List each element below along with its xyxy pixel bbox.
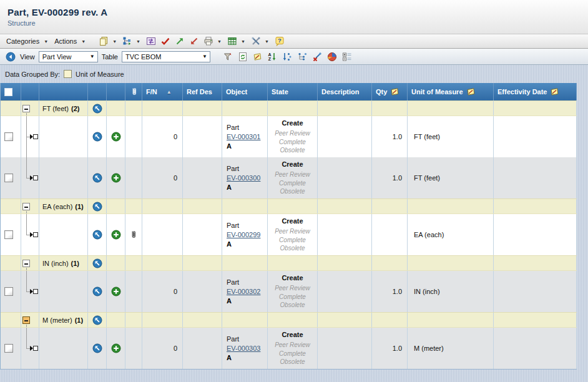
part-link[interactable]: EV-000303	[227, 344, 260, 353]
view-select[interactable]: Part View▼	[39, 51, 98, 62]
demote-button[interactable]	[189, 36, 200, 47]
expand-part-icon[interactable]	[33, 232, 38, 237]
chart-icon[interactable]	[326, 51, 338, 62]
filter-icon[interactable]	[222, 51, 233, 62]
tree-column-header	[21, 83, 39, 100]
structure-levels-icon[interactable]	[296, 51, 308, 62]
row-checkbox[interactable]	[4, 287, 13, 296]
effectivity-value	[494, 214, 577, 255]
page-subtitle[interactable]: Structure	[7, 19, 588, 27]
state-current: Create	[282, 160, 303, 169]
ref-des-value	[183, 214, 222, 255]
part-link[interactable]: EV-000302	[227, 287, 260, 296]
help-button[interactable]: ?	[274, 36, 285, 47]
add-child-icon[interactable]	[111, 132, 121, 142]
chevron-down-icon[interactable]: ▼	[44, 39, 48, 44]
chevron-down-icon[interactable]: ▼	[265, 39, 269, 44]
edit-column-icon	[550, 87, 559, 96]
categories-menu[interactable]: Categories	[5, 36, 41, 46]
collapse-group-icon[interactable]	[22, 105, 30, 112]
sort-az-icon[interactable]: AZ	[267, 51, 278, 62]
chevron-down-icon[interactable]: ▼	[81, 39, 86, 44]
qty-value: 1.0	[372, 271, 408, 312]
attachment-icon[interactable]	[129, 230, 139, 240]
export-table-button[interactable]	[227, 36, 238, 47]
navigate-icon[interactable]	[92, 315, 102, 325]
effectivity-value	[494, 271, 577, 312]
ref-des-value	[183, 116, 222, 157]
sort-asc-icon: ▲	[167, 89, 172, 95]
navigate-icon[interactable]	[92, 258, 102, 268]
column-header-qty[interactable]: Qty	[372, 83, 408, 100]
row-checkbox[interactable]	[4, 344, 13, 353]
part-link[interactable]: EV-000300	[227, 174, 260, 183]
group-row: M (meter)(1)	[1, 312, 577, 328]
table-row: 0 PartEV-000303A CreatePeer ReviewComple…	[1, 328, 577, 369]
navigate-icon[interactable]	[92, 230, 102, 240]
uom-value: IN (inch)	[408, 271, 494, 312]
navigate-icon[interactable]	[92, 104, 102, 114]
navigate-icon[interactable]	[92, 202, 102, 212]
navigate-icon[interactable]	[92, 343, 102, 353]
part-type: Part	[227, 221, 239, 230]
row-checkbox[interactable]	[4, 132, 13, 141]
row-checkbox[interactable]	[4, 230, 13, 239]
print-button[interactable]	[203, 36, 214, 47]
column-header-object[interactable]: Object	[222, 83, 268, 100]
column-header-description[interactable]: Description	[318, 83, 372, 100]
expand-levels-icon[interactable]	[341, 51, 353, 62]
add-child-icon[interactable]	[111, 343, 121, 353]
add-child-icon[interactable]	[111, 286, 121, 296]
group-row: FT (feet)(2)	[1, 100, 577, 116]
column-header-ref-des[interactable]: Ref Des	[183, 83, 222, 100]
chevron-down-icon[interactable]: ▼	[112, 39, 117, 44]
attachment-column-header[interactable]	[125, 83, 142, 100]
column-header-state[interactable]: State	[268, 83, 318, 100]
paste-structure-button[interactable]	[122, 36, 133, 47]
add-child-icon[interactable]	[111, 230, 121, 240]
refresh-icon[interactable]	[237, 51, 248, 62]
qty-value: 1.0	[372, 157, 408, 198]
row-checkbox[interactable]	[4, 174, 13, 182]
expand-part-icon[interactable]	[33, 289, 38, 294]
effectivity-value	[494, 157, 577, 198]
sort-structure-icon[interactable]	[282, 51, 293, 62]
svg-text:?: ?	[278, 37, 282, 44]
menu-bar: Categories▼ Actions▼ ▼ ▼ ▼ ▼ ▼ ?	[0, 34, 588, 49]
promote-button[interactable]	[174, 36, 185, 47]
ref-des-value	[183, 271, 222, 312]
column-header-uom[interactable]: Unit of Measure	[408, 83, 494, 100]
clear-filter-icon[interactable]	[311, 51, 323, 62]
navigate-icon[interactable]	[92, 173, 102, 183]
expand-part-icon[interactable]	[33, 134, 38, 139]
part-link[interactable]: EV-000299	[227, 230, 260, 240]
approve-check-button[interactable]	[160, 36, 171, 47]
collapse-panel-icon[interactable]	[5, 51, 16, 62]
mass-edit-icon[interactable]	[252, 52, 263, 62]
column-header-effectivity[interactable]: Effectivity Date	[494, 83, 577, 100]
part-link[interactable]: EV-000301	[227, 132, 260, 142]
state-current: Create	[282, 273, 303, 283]
collapse-group-icon[interactable]	[22, 260, 30, 267]
expand-part-icon[interactable]	[33, 175, 38, 180]
navigate-icon[interactable]	[92, 286, 102, 296]
copy-button[interactable]	[98, 36, 109, 47]
chevron-down-icon[interactable]: ▼	[217, 39, 222, 44]
select-all-checkbox[interactable]	[4, 88, 12, 96]
actions-menu[interactable]: Actions	[53, 36, 78, 46]
collapse-group-icon[interactable]	[22, 316, 30, 324]
chevron-down-icon[interactable]: ▼	[241, 39, 245, 44]
chevron-down-icon: ▼	[202, 54, 207, 59]
navigate-icon[interactable]	[92, 132, 102, 142]
column-header-fn[interactable]: F/N▲	[142, 83, 183, 100]
state-current: Create	[282, 119, 303, 128]
tools-button[interactable]	[250, 36, 262, 47]
chevron-down-icon[interactable]: ▼	[136, 39, 140, 44]
table-select[interactable]: TVC EBOM▼	[122, 51, 210, 62]
compare-button[interactable]	[145, 36, 157, 47]
group-by-checkbox[interactable]	[64, 70, 72, 78]
edit-column-icon	[390, 87, 399, 96]
expand-part-icon[interactable]	[33, 346, 38, 351]
collapse-group-icon[interactable]	[22, 203, 30, 210]
add-child-icon[interactable]	[111, 173, 121, 183]
